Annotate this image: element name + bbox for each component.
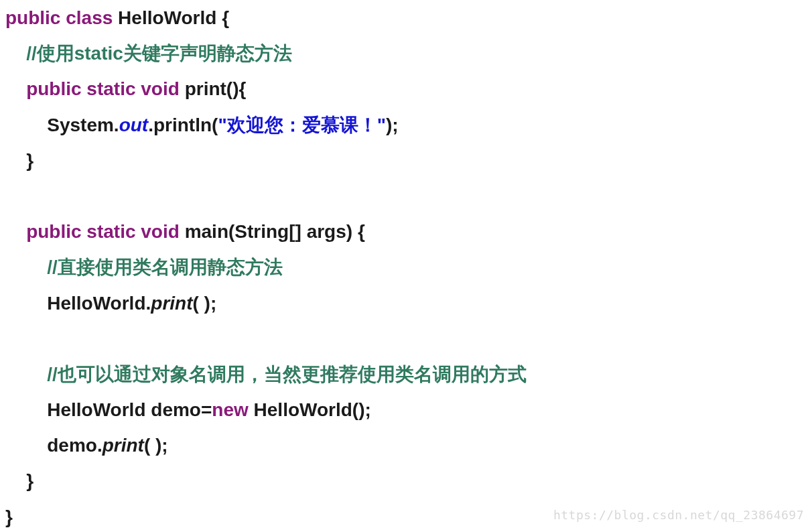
static-call: print bbox=[103, 435, 144, 456]
keyword-class: class bbox=[66, 7, 113, 28]
keyword-static: static bbox=[86, 78, 135, 99]
var-decl: HelloWorld demo= bbox=[47, 399, 212, 420]
brace: } bbox=[26, 470, 33, 491]
keyword-new: new bbox=[212, 399, 248, 420]
keyword-public: public bbox=[26, 78, 81, 99]
keyword-public: public bbox=[5, 7, 60, 28]
keyword-void: void bbox=[141, 78, 180, 99]
comment-line: //也可以通过对象名调用，当然更推荐使用类名调用的方式 bbox=[47, 364, 527, 385]
brace: } bbox=[26, 150, 33, 171]
call-tail: ); bbox=[386, 115, 399, 135]
keyword-public: public bbox=[26, 221, 81, 242]
method-name: print bbox=[180, 78, 226, 99]
call-tail: ( ); bbox=[144, 435, 168, 456]
brace: { bbox=[216, 7, 229, 28]
static-call: print bbox=[151, 293, 192, 314]
string-literal: "欢迎您：爱慕课！" bbox=[218, 115, 386, 135]
code-block: public class HelloWorld { //使用static关键字声… bbox=[0, 0, 812, 532]
method-params: (String[] args) { bbox=[228, 221, 365, 242]
keyword-void: void bbox=[141, 221, 180, 242]
qualified-name: HelloWorld. bbox=[47, 293, 151, 314]
class-name: HelloWorld bbox=[118, 7, 216, 28]
qualified-name: System. bbox=[47, 115, 119, 135]
ctor-call: HelloWorld(); bbox=[249, 399, 371, 420]
method-name: main bbox=[180, 221, 228, 242]
method-tail: (){ bbox=[226, 78, 247, 99]
method-call: .println( bbox=[148, 115, 218, 135]
call-tail: ( ); bbox=[193, 293, 217, 314]
brace: } bbox=[5, 507, 13, 527]
qualified-name: demo. bbox=[47, 435, 102, 456]
comment-line: //使用static关键字声明静态方法 bbox=[26, 43, 292, 64]
comment-line: //直接使用类名调用静态方法 bbox=[47, 257, 283, 277]
keyword-static: static bbox=[86, 221, 135, 242]
watermark-text: https://blog.csdn.net/qq_23864697 bbox=[553, 504, 804, 527]
static-field-out: out bbox=[119, 115, 149, 135]
